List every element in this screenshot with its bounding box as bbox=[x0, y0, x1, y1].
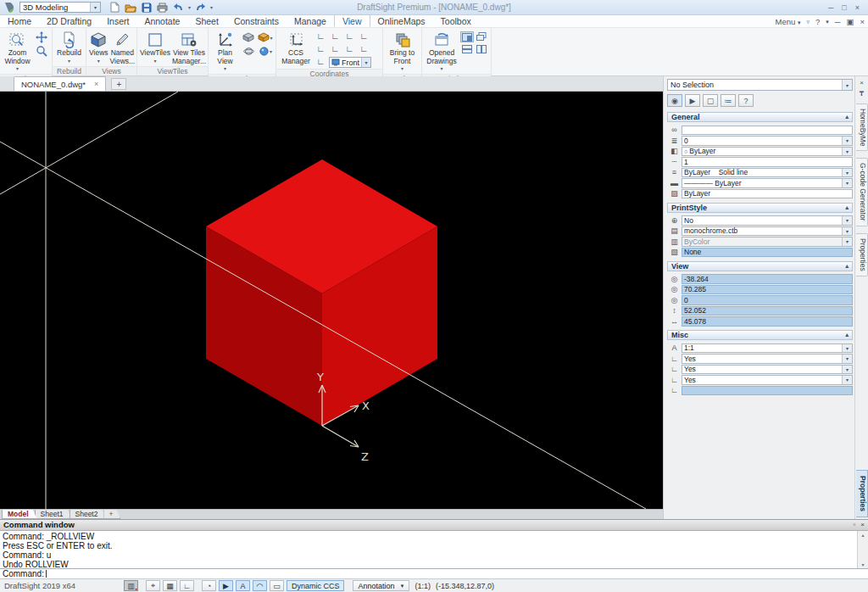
tile-vertical-button[interactable] bbox=[475, 43, 488, 54]
select-button[interactable]: ◉ bbox=[667, 94, 682, 107]
sheet-tab-sheet2[interactable]: Sheet2 bbox=[70, 510, 107, 519]
render-button[interactable]: ▾ bbox=[258, 45, 273, 57]
collapse-icon[interactable]: ▴ bbox=[846, 263, 849, 270]
section-header-misc[interactable]: Misc ▴ bbox=[667, 330, 853, 340]
ccs-previous-button[interactable]: ∟ bbox=[329, 31, 342, 42]
ccs-name-field[interactable] bbox=[682, 386, 853, 396]
grid-toggle[interactable]: ▦ bbox=[163, 580, 177, 591]
ccs-manager-button[interactable]: CCS Manager bbox=[279, 30, 313, 65]
maximize-icon[interactable]: □ bbox=[842, 3, 846, 12]
ccs-world-button[interactable]: ∟ bbox=[314, 31, 327, 42]
side-tab-properties[interactable]: Properties bbox=[856, 233, 868, 276]
properties-bottom-tab[interactable]: Properties bbox=[856, 470, 868, 517]
collapse-icon[interactable]: ▴ bbox=[846, 204, 849, 211]
tile-horizontal-button[interactable] bbox=[460, 43, 474, 54]
opened-drawings-button[interactable]: Opened Drawings ▾ bbox=[425, 30, 459, 74]
view-width-field[interactable]: 45.078 bbox=[682, 316, 853, 327]
float-panel-icon[interactable]: ▫ bbox=[853, 521, 855, 528]
linescale-field[interactable]: 1 bbox=[682, 157, 853, 167]
doc-close-icon[interactable]: × bbox=[860, 17, 865, 26]
side-tab-gcode-generator[interactable]: G-code Generator bbox=[856, 158, 868, 226]
hyperlink-field[interactable] bbox=[682, 126, 853, 136]
ccs-3point-button[interactable]: ∟ bbox=[358, 44, 370, 54]
tab-home[interactable]: Home bbox=[0, 14, 39, 27]
viewtiles-manager-button[interactable]: View Tiles Manager... bbox=[172, 30, 206, 65]
section-header-printstyle[interactable]: PrintStyle ▴ bbox=[667, 203, 853, 213]
ccs-named-button[interactable]: ∟ bbox=[314, 57, 327, 67]
undo-button[interactable] bbox=[172, 2, 185, 14]
scroll-up-icon[interactable]: ▴ bbox=[861, 532, 864, 538]
close-panel-icon[interactable]: × bbox=[860, 521, 865, 528]
help-button[interactable]: ? bbox=[738, 94, 754, 107]
tab-annotate[interactable]: Annotate bbox=[136, 14, 187, 27]
new-document-tab-button[interactable]: + bbox=[111, 78, 126, 90]
printstyle-toggle-selector[interactable]: No▾ bbox=[682, 215, 853, 226]
scroll-down-icon[interactable]: ▾ bbox=[861, 561, 864, 567]
collapse-icon[interactable]: ▴ bbox=[846, 332, 849, 338]
ccs-view-button[interactable]: ∟ bbox=[329, 44, 342, 54]
print-style-toggle[interactable]: ▥▪ bbox=[124, 580, 138, 591]
select-entities-button[interactable]: ▶ bbox=[685, 94, 700, 107]
section-header-general[interactable]: General ▴ bbox=[667, 112, 853, 122]
camera-z-field[interactable]: 0 bbox=[682, 295, 853, 305]
close-tab-icon[interactable]: × bbox=[94, 80, 98, 88]
views-button[interactable]: Views ▾ bbox=[89, 30, 108, 65]
pin-panel-icon[interactable]: ┳ bbox=[860, 87, 864, 97]
print-button[interactable] bbox=[156, 2, 169, 14]
viewport-toggle[interactable]: ▭ bbox=[270, 580, 284, 591]
command-history[interactable]: Command: Command: _ROLLVIEW Press ESC or… bbox=[0, 531, 868, 568]
doc-restore-icon[interactable]: ▣ bbox=[846, 17, 854, 26]
undo-dropdown[interactable]: ▾ bbox=[188, 4, 191, 10]
bring-to-front-button[interactable]: Bring to Front ▾ bbox=[386, 30, 419, 74]
minimize-icon[interactable]: ─ bbox=[828, 3, 833, 12]
tab-view[interactable]: View bbox=[334, 14, 370, 27]
open-file-button[interactable] bbox=[124, 2, 136, 14]
collapse-icon[interactable]: ▴ bbox=[846, 114, 849, 120]
tile-windows-button[interactable] bbox=[460, 31, 474, 42]
shade-button[interactable]: ▾ bbox=[258, 31, 273, 43]
chevron-down-icon[interactable]: ▾ bbox=[361, 58, 370, 67]
lineweight-selector[interactable]: ———— ByLayer▾ bbox=[682, 178, 853, 188]
chevron-down-icon[interactable]: ▾ bbox=[842, 80, 852, 90]
linestyle-selector[interactable]: ByLayer Solid line▾ bbox=[682, 168, 853, 178]
entity-snap-toggle[interactable]: ⌖ bbox=[146, 580, 160, 591]
command-window-titlebar[interactable]: Command window ▫ × bbox=[0, 520, 868, 531]
pan-button[interactable] bbox=[34, 31, 49, 43]
document-tab[interactable]: NONAME_0.dwg* × bbox=[14, 76, 106, 91]
dynamic-zoom-button[interactable] bbox=[34, 45, 49, 57]
viewtiles-button[interactable]: ViewTiles ▾ bbox=[140, 30, 170, 65]
redo-button[interactable] bbox=[194, 2, 207, 14]
entity-track-toggle[interactable]: ▶ bbox=[219, 580, 233, 591]
help-dropdown-icon[interactable]: ▾ bbox=[826, 19, 829, 25]
section-header-view[interactable]: View ▴ bbox=[667, 261, 853, 271]
view-height-field[interactable]: 52.052 bbox=[682, 306, 853, 316]
named-views-button[interactable]: Named Views... bbox=[110, 30, 136, 65]
annotation-scale-selector[interactable]: Annotation ▼ bbox=[353, 580, 409, 591]
redo-dropdown[interactable]: ▾ bbox=[210, 4, 213, 10]
plan-view-button[interactable]: Plan View ▾ bbox=[211, 30, 239, 74]
camera-x-field[interactable]: -38.264 bbox=[682, 274, 853, 284]
dynamic-ccs-button[interactable]: Dynamic CCS bbox=[287, 580, 345, 591]
printstyle-table-selector[interactable]: monochrome.ctb▾ bbox=[682, 226, 853, 237]
tab-onlinemaps[interactable]: OnlineMaps bbox=[370, 14, 433, 27]
render-settings-button[interactable] bbox=[241, 45, 256, 57]
annotation-monitor-toggle[interactable]: A bbox=[236, 580, 250, 591]
ccs-entity-button[interactable]: ∟ bbox=[358, 31, 370, 42]
ccs-icon-origin-selector[interactable]: Yes▾ bbox=[682, 365, 853, 375]
workspace-selector[interactable]: 3D Modeling ▾ bbox=[19, 2, 101, 13]
tab-constraints[interactable]: Constraints bbox=[226, 14, 287, 27]
command-history-scrollbar[interactable]: ▴ ▾ bbox=[857, 531, 868, 568]
command-input[interactable]: Command: bbox=[0, 568, 868, 578]
layer-selector[interactable]: 0▾ bbox=[682, 136, 853, 146]
annotation-scale-selector[interactable]: 1:1▾ bbox=[682, 343, 853, 354]
camera-y-field[interactable]: 70.285 bbox=[682, 285, 853, 295]
ccs-zaxis-button[interactable]: ∟ bbox=[343, 44, 356, 54]
rebuild-button[interactable]: Rebuild ▾ bbox=[55, 30, 83, 65]
selection-filter-selector[interactable]: No Selection ▾ bbox=[667, 79, 853, 91]
doc-minimize-icon[interactable]: ─ bbox=[835, 17, 841, 26]
new-file-button[interactable] bbox=[108, 2, 120, 14]
tab-insert[interactable]: Insert bbox=[99, 14, 136, 27]
add-sheet-button[interactable]: + bbox=[103, 510, 120, 519]
tab-sheet[interactable]: Sheet bbox=[187, 14, 225, 27]
sheet-tab-sheet1[interactable]: Sheet1 bbox=[35, 510, 72, 519]
